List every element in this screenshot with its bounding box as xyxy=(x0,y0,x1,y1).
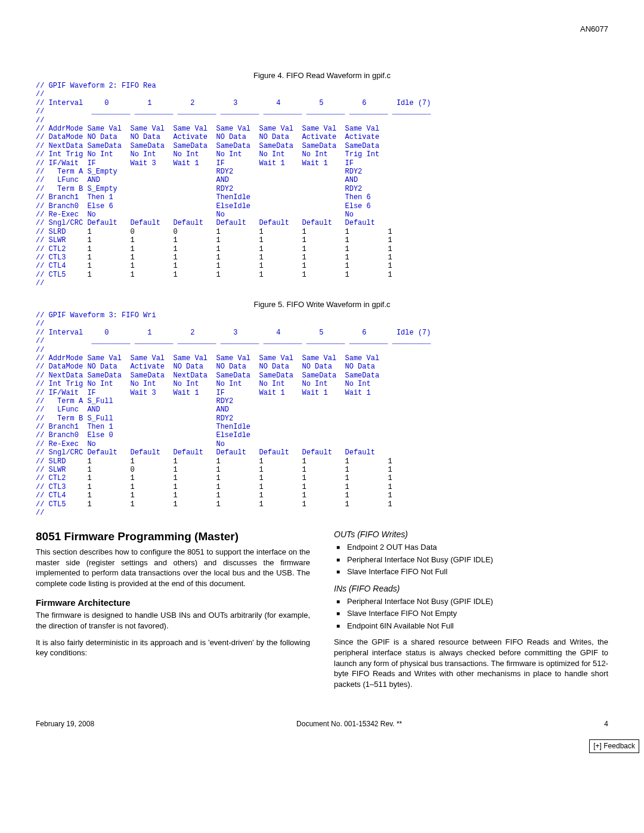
feedback-button[interactable]: [+] Feedback xyxy=(589,739,639,741)
footer-page: 4 xyxy=(604,719,608,729)
outs-heading: OUTs (FIFO Writes) xyxy=(334,529,608,540)
list-item: Peripheral Interface Not Busy (GPIF IDLE… xyxy=(334,596,608,607)
outs-list: Endpoint 2 OUT Has DataPeripheral Interf… xyxy=(334,542,608,577)
list-item: Slave Interface FIFO Not Full xyxy=(334,566,608,577)
page-header-docnum: AN6077 xyxy=(36,24,608,35)
list-item: Slave Interface FIFO Not Empty xyxy=(334,608,608,619)
figure4-caption: Figure 4. FIFO Read Waveform in gpif.c xyxy=(36,70,608,81)
arch-paragraph-1: The firmware is designed to handle USB I… xyxy=(36,610,310,631)
subheading-firmware-arch: Firmware Architecture xyxy=(36,597,310,609)
right-column: OUTs (FIFO Writes) Endpoint 2 OUT Has Da… xyxy=(334,529,608,695)
left-column: 8051 Firmware Programming (Master) This … xyxy=(36,529,310,695)
list-item: Endpoint 6IN Available Not Full xyxy=(334,621,608,631)
ins-list: Peripheral Interface Not Busy (GPIF IDLE… xyxy=(334,596,608,631)
page-footer: February 19, 2008 Document No. 001-15342… xyxy=(36,719,608,729)
ins-heading: INs (FIFO Reads) xyxy=(334,583,608,594)
footer-date: February 19, 2008 xyxy=(36,719,94,729)
code-block-fig4: // GPIF Waveform 2: FIFO Rea // // Inter… xyxy=(36,82,608,287)
closing-paragraph: Since the GPIF is a shared resource betw… xyxy=(334,637,608,689)
section-heading: 8051 Firmware Programming (Master) xyxy=(36,529,310,544)
intro-paragraph: This section describes how to configure … xyxy=(36,547,310,589)
list-item: Endpoint 2 OUT Has Data xyxy=(334,542,608,553)
arch-paragraph-2: It is also fairly deterministic in its a… xyxy=(36,637,310,658)
list-item: Peripheral Interface Not Busy (GPIF IDLE… xyxy=(334,555,608,565)
body-columns: 8051 Firmware Programming (Master) This … xyxy=(36,529,608,695)
code-block-fig5: // GPIF Waveform 3: FIFO Wri // // Inter… xyxy=(36,311,608,517)
footer-docrev: Document No. 001-15342 Rev. ** xyxy=(296,719,402,729)
figure5-caption: Figure 5. FIFO Write Waveform in gpif.c xyxy=(36,299,608,310)
